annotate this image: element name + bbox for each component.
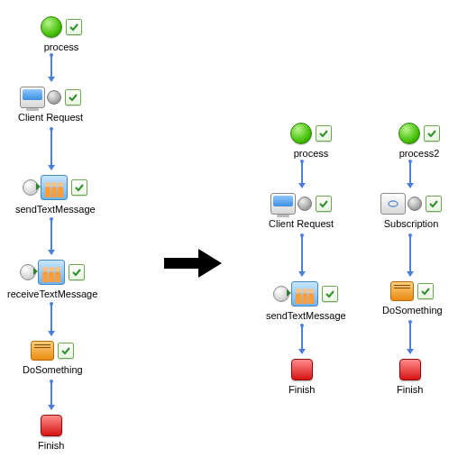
- node-finish[interactable]: Finish: [38, 415, 64, 451]
- node-label: Finish: [288, 384, 315, 395]
- check-icon: [58, 343, 74, 359]
- process-icon: [41, 16, 62, 38]
- flow-arrow: [301, 326, 303, 353]
- flow-arrow: [409, 236, 411, 276]
- flow-arrow: [50, 382, 52, 409]
- node-subscription[interactable]: Subscription: [380, 193, 442, 229]
- client-request-icon: [20, 87, 61, 108]
- flow-arrow: [301, 162, 303, 188]
- node-label: process: [294, 148, 329, 159]
- node-send-text[interactable]: sendTextMessage: [15, 175, 96, 215]
- check-icon: [424, 125, 440, 142]
- finish-icon: [291, 359, 313, 380]
- node-process-b[interactable]: process2: [398, 123, 440, 159]
- node-do-something[interactable]: DoSomething: [23, 341, 83, 375]
- send-message-icon: [23, 175, 68, 200]
- node-client-request[interactable]: Client Request: [18, 87, 83, 123]
- process-icon: [398, 123, 420, 144]
- node-label: process: [44, 41, 79, 52]
- svg-point-0: [389, 201, 398, 206]
- node-receive-text[interactable]: receiveTextMessage: [7, 260, 97, 299]
- check-icon: [71, 179, 87, 196]
- node-label: Finish: [38, 440, 64, 451]
- node-label: Client Request: [18, 112, 83, 123]
- process-icon: [290, 123, 312, 144]
- node-send-text-a[interactable]: sendTextMessage: [266, 281, 346, 321]
- flow-arrow: [409, 162, 411, 188]
- node-finish-a[interactable]: Finish: [288, 359, 315, 395]
- subscription-icon: [380, 193, 422, 215]
- node-label: DoSomething: [382, 305, 443, 316]
- node-label: sendTextMessage: [266, 310, 346, 321]
- node-label: sendTextMessage: [15, 204, 96, 215]
- node-do-something-b[interactable]: DoSomething: [382, 281, 443, 316]
- node-label: DoSomething: [23, 364, 83, 375]
- flow-arrow: [50, 220, 52, 254]
- node-label: Finish: [397, 384, 423, 395]
- node-label: Subscription: [384, 218, 439, 229]
- transform-arrow-icon: [162, 245, 225, 283]
- flow-arrow: [301, 236, 303, 276]
- node-client-request-a[interactable]: Client Request: [269, 193, 334, 229]
- check-icon: [66, 19, 82, 35]
- client-request-icon: [270, 193, 312, 215]
- node-process-a[interactable]: process: [290, 123, 332, 159]
- activity-icon: [31, 341, 54, 361]
- node-label: process2: [399, 148, 440, 159]
- finish-icon: [399, 359, 421, 380]
- check-icon: [322, 286, 338, 302]
- node-process[interactable]: process: [41, 16, 82, 52]
- flow-arrow: [409, 323, 411, 353]
- node-finish-b[interactable]: Finish: [397, 359, 423, 395]
- check-icon: [69, 264, 85, 280]
- check-icon: [316, 125, 332, 142]
- check-icon: [417, 283, 434, 299]
- send-message-icon: [273, 281, 318, 307]
- check-icon: [65, 89, 81, 105]
- flow-arrow: [50, 56, 52, 81]
- node-label: receiveTextMessage: [7, 288, 97, 299]
- flow-arrow: [50, 130, 52, 169]
- check-icon: [316, 196, 332, 212]
- node-label: Client Request: [269, 218, 334, 229]
- receive-message-icon: [20, 260, 65, 285]
- finish-icon: [41, 415, 62, 436]
- activity-icon: [390, 281, 414, 301]
- flow-arrow: [50, 305, 52, 335]
- check-icon: [426, 196, 442, 212]
